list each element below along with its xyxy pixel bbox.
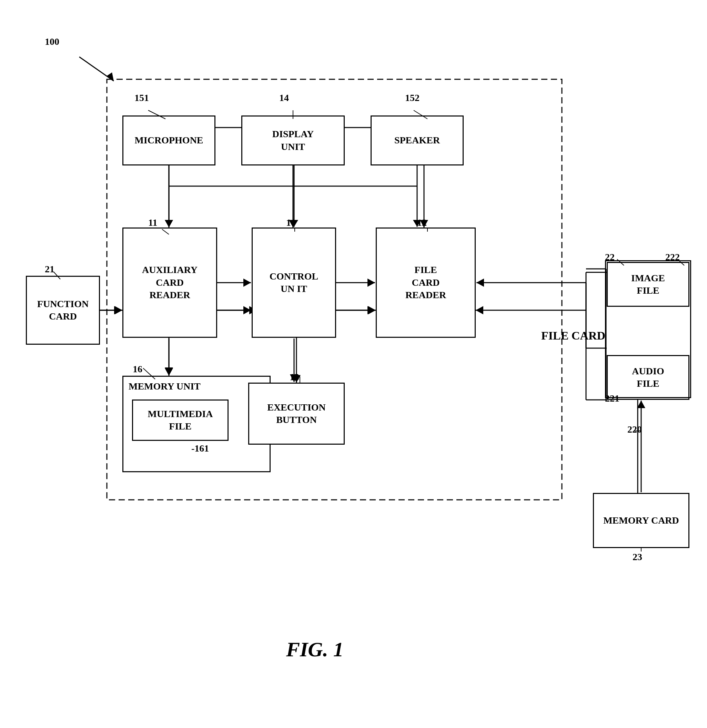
file-card-label: FILE CARD [541,329,605,342]
svg-marker-69 [476,279,484,287]
file-card-container: FILE CARD IMAGEFILE AUDIOFILE [607,262,693,400]
main-ref-label: 100 [45,36,59,47]
file-card-border [605,260,691,398]
file-card-reader-label: FILECARDREADER [405,264,446,301]
memory-unit-label: MEMORY UNIT [129,380,201,393]
ref-161: -161 [191,443,209,454]
svg-marker-1 [107,72,114,81]
ref-11: 11 [148,217,157,228]
svg-marker-61 [243,279,251,287]
ref-16: 16 [133,364,142,375]
speaker-box: SPEAKER [370,116,464,165]
ref-221: 221 [605,393,619,404]
svg-marker-12 [115,306,122,314]
ref-23: 23 [633,552,642,563]
microphone-box: MICROPHONE [122,116,215,165]
svg-marker-65 [367,279,375,287]
ref-152: 152 [405,92,419,103]
multimedia-file-label: MULTIMEDIAFILE [148,408,213,433]
ref-10: 10 [286,217,296,228]
ref-12: 12 [417,217,427,228]
control-unit-label: CONTROLUN IT [270,270,318,295]
svg-marker-16 [368,306,376,314]
function-card-label: FUNCTIONCARD [37,298,88,323]
memory-card-box: MEMORY CARD [593,493,690,548]
display-unit-label: DISPLAYUNIT [272,128,314,153]
connections-svg [0,0,707,728]
figure-title: FIG. 1 [286,638,344,662]
auxiliary-card-reader-box: AUXILIARYCARDREADER [122,227,217,338]
file-card-reader-box: FILECARDREADER [376,227,476,338]
svg-marker-18 [476,306,483,314]
svg-marker-59 [114,306,122,314]
svg-marker-79 [637,400,645,408]
ref-13: 13 [289,371,299,383]
svg-marker-51 [165,220,173,227]
svg-line-0 [79,57,114,81]
ref-14: 14 [279,92,289,103]
microphone-label: MICROPHONE [134,134,203,146]
speaker-label: SPEAKER [394,134,440,146]
multimedia-file-box: MULTIMEDIAFILE [132,400,228,441]
function-card-box: FUNCTIONCARD [26,276,100,345]
control-unit-box: CONTROLUN IT [252,227,336,338]
display-unit-box: DISPLAYUNIT [241,116,345,165]
memory-card-label: MEMORY CARD [603,514,679,527]
svg-marker-67 [367,306,375,314]
svg-marker-77 [165,367,173,375]
diagram-svg [0,0,707,728]
execution-button-label: EXECUTIONBUTTON [267,401,326,426]
ref-21: 21 [45,264,55,275]
ref-151: 151 [134,92,149,103]
svg-marker-9 [165,220,173,227]
execution-button-box: EXECUTIONBUTTON [248,383,345,445]
ref-220: 220 [627,424,642,435]
auxiliary-card-reader-label: AUXILIARYCARDREADER [142,264,198,301]
svg-marker-63 [243,306,251,314]
svg-marker-26 [165,368,173,376]
